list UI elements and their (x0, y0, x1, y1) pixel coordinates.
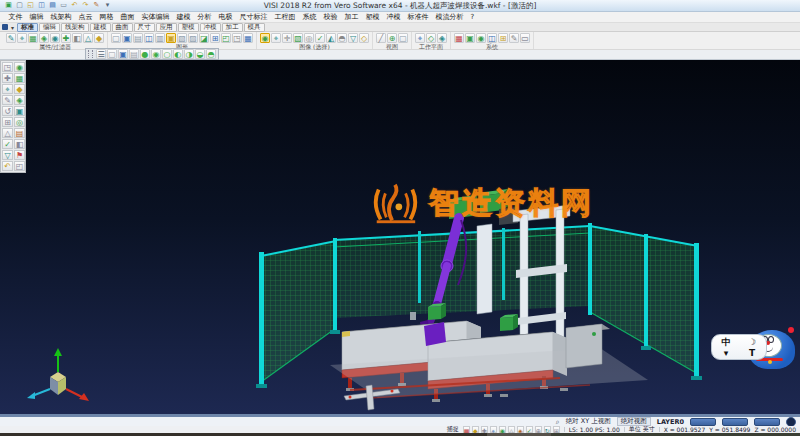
hidden-view-icon[interactable]: ▤ (129, 49, 139, 59)
measure-icon[interactable]: ↺ (2, 106, 13, 116)
menu-item-17[interactable]: 标准件 (404, 12, 432, 22)
menu-item-12[interactable]: 系统 (299, 12, 320, 22)
menu-item-8[interactable]: 分析 (194, 12, 215, 22)
grid-settings-icon[interactable]: ⊞ (498, 33, 508, 43)
menu-item-4[interactable]: 网格 (96, 12, 117, 22)
system-tools-icon[interactable]: ✎ (509, 33, 519, 43)
system-colors-icon[interactable]: ▦ (454, 33, 464, 43)
menu-item-5[interactable]: 曲面 (117, 12, 138, 22)
menu-item-11[interactable]: 工程图 (271, 12, 299, 22)
snap-refresh-icon[interactable]: ↻ (544, 426, 551, 433)
materials-icon[interactable]: ◆ (94, 33, 104, 43)
save-icon[interactable]: ◫ (37, 1, 46, 10)
menu-item-19[interactable]: ? (467, 13, 478, 21)
menu-item-13[interactable]: 校验 (320, 12, 341, 22)
shading-mode-icon[interactable]: ▣ (166, 33, 176, 43)
ime-skin-icon[interactable]: T (749, 348, 755, 358)
select-icon[interactable]: ◉ (260, 33, 270, 43)
view-box-icon[interactable]: ▢ (398, 33, 408, 43)
snap-settings-icon[interactable]: ⊞ (553, 426, 560, 433)
extend-icon[interactable]: △ (2, 128, 13, 138)
confirm-selection-icon[interactable]: ✓ (315, 33, 325, 43)
select-solid-icon[interactable]: ◭ (326, 33, 336, 43)
grid-toggle-icon[interactable]: ↶ (2, 161, 13, 171)
toolbar-tab-7[interactable]: 塑模 (178, 23, 199, 32)
menu-item-6[interactable]: 实体编辑 (138, 12, 173, 22)
side-view-icon[interactable]: ◐ (173, 49, 183, 59)
mirror-icon[interactable]: ⊞ (2, 117, 13, 127)
menu-item-15[interactable]: 塑模 (362, 12, 383, 22)
delete-icon[interactable]: ◰ (14, 161, 25, 171)
active-layer-label[interactable]: LAYER0 (657, 418, 684, 426)
window-config-icon[interactable]: ◫ (487, 33, 497, 43)
status-button-1[interactable] (690, 418, 716, 426)
undo-icon[interactable]: ↶ (70, 1, 79, 10)
snap-intersection-icon[interactable]: ✚ (481, 426, 488, 433)
wireframe-mode-icon[interactable]: ▧ (177, 33, 187, 43)
wireframe-view-icon[interactable]: ▢ (107, 49, 117, 59)
text-icon[interactable]: ◧ (14, 139, 25, 149)
app-icon[interactable]: ▣ (4, 1, 13, 10)
toolbar-tab-1[interactable]: 编辑 (39, 23, 60, 32)
safety-fence-left[interactable] (256, 238, 340, 388)
drag-handle-icon[interactable] (88, 50, 93, 58)
redraw-icon[interactable]: ▢ (111, 33, 121, 43)
snap-flag-icon[interactable]: ⚑ (14, 150, 25, 160)
snap-endpoint-icon[interactable]: ◉ (499, 426, 506, 433)
selection-filter-icon[interactable]: ◉ (50, 33, 60, 43)
toolbar-tab-10[interactable]: 模具 (244, 23, 265, 32)
quick-access-dropdown-icon[interactable]: ▾ (103, 1, 112, 10)
brush-icon[interactable]: ✎ (92, 1, 101, 10)
zoom-window-icon[interactable]: ▣ (122, 33, 132, 43)
viewport-3d-scene[interactable]: ◳◉✚▦⌖◆✎◈↺▣⊞◎△▤✓◧▽⚑↶◰ 智造资料网 中☽▾T (0, 60, 800, 414)
menu-item-16[interactable]: 冲模 (383, 12, 404, 22)
line-icon[interactable]: ✚ (2, 73, 13, 83)
robot-gripper[interactable] (424, 322, 446, 346)
toolbar-tab-9[interactable]: 加工 (222, 23, 243, 32)
dimension-icon[interactable]: ✓ (2, 139, 13, 149)
toolbar-tab-0[interactable]: 标准 (17, 23, 38, 32)
toolbar-tab-8[interactable]: 冲模 (200, 23, 221, 32)
new-file-icon[interactable]: ▢ (15, 1, 24, 10)
toolbar-grip-icon[interactable] (2, 24, 8, 30)
image-capture-icon[interactable]: ▣ (465, 33, 475, 43)
toolbar-tab-2[interactable]: 线架构 (61, 23, 89, 32)
select-face-icon[interactable]: ◓ (337, 33, 347, 43)
shaded-view-icon[interactable]: ▣ (118, 49, 128, 59)
refresh-graphics-icon[interactable]: ▦ (243, 33, 253, 43)
wcs-icon[interactable]: ◳ (2, 62, 13, 72)
visibility-icon[interactable]: ◧ (72, 33, 82, 43)
workplane-select-icon[interactable]: ⌖ (415, 33, 425, 43)
circle-icon[interactable]: ⌖ (2, 84, 13, 94)
snap-midpoint-icon[interactable]: ◆ (472, 426, 479, 433)
deselect-icon[interactable]: ◎ (304, 33, 314, 43)
snap-center-icon[interactable]: ⌖ (490, 426, 497, 433)
layers-panel-icon[interactable]: ▽ (2, 150, 13, 160)
previous-view-icon[interactable]: ◫ (144, 33, 154, 43)
menu-item-14[interactable]: 加工 (341, 12, 362, 22)
chevron-down-icon[interactable]: ▾ (9, 24, 16, 31)
select-edge-icon[interactable]: ▽ (348, 33, 358, 43)
snap-quadrant-icon[interactable]: ◈ (517, 426, 524, 433)
menu-item-10[interactable]: 尺寸标注 (236, 12, 271, 22)
front-view-icon[interactable]: ○ (162, 49, 172, 59)
top-view-icon[interactable]: ◉ (151, 49, 161, 59)
status-button-2[interactable] (722, 418, 748, 426)
menu-item-2[interactable]: 线架构 (47, 12, 75, 22)
colors-icon[interactable]: ◈ (39, 33, 49, 43)
workplane-new-icon[interactable]: ◇ (426, 33, 436, 43)
split-view-icon[interactable]: ◳ (232, 33, 242, 43)
dynamic-view-icon[interactable]: ▥ (155, 33, 165, 43)
select-window-icon[interactable]: ⌖ (271, 33, 281, 43)
back-view-icon[interactable]: ◑ (184, 49, 194, 59)
layers-icon[interactable]: ▦ (28, 33, 38, 43)
zoom-all-icon[interactable]: ▤ (133, 33, 143, 43)
snap-grid-icon[interactable]: ▦ (463, 426, 470, 433)
open-file-icon[interactable]: ◱ (26, 1, 35, 10)
view-list-icon[interactable]: ☰ (96, 49, 106, 59)
snap-toggle-icon[interactable]: ✓ (526, 426, 533, 433)
view-orient-icon[interactable]: ⊕ (387, 33, 397, 43)
snap-nearest-icon[interactable]: △ (508, 426, 515, 433)
menu-item-7[interactable]: 建模 (173, 12, 194, 22)
toolbar-tab-5[interactable]: 尺寸 (134, 23, 155, 32)
